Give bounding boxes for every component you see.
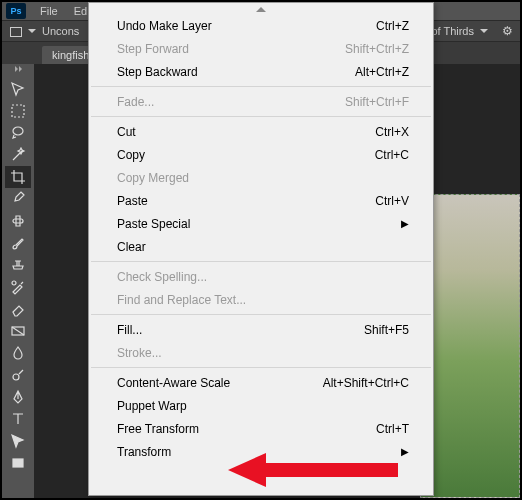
menu-item-copy[interactable]: CopyCtrl+C [89, 143, 433, 166]
menu-item-paste-special[interactable]: Paste Special▶ [89, 212, 433, 235]
menu-item-shortcut: Shift+Ctrl+F [345, 95, 409, 109]
menu-item-label: Cut [117, 125, 375, 139]
tools-panel [2, 64, 34, 498]
dodge-tool[interactable] [5, 364, 31, 386]
menu-item-find-and-replace-text: Find and Replace Text... [89, 288, 433, 311]
chevron-down-icon[interactable] [28, 29, 36, 33]
menu-item-label: Free Transform [117, 422, 376, 436]
crop-icon [8, 23, 24, 39]
menu-separator [91, 367, 431, 368]
menu-item-shortcut: Shift+F5 [364, 323, 409, 337]
menu-item-transform[interactable]: Transform▶ [89, 440, 433, 463]
menu-item-label: Stroke... [117, 346, 409, 360]
menu-item-label: Puppet Warp [117, 399, 409, 413]
menu-item-puppet-warp[interactable]: Puppet Warp [89, 394, 433, 417]
svg-rect-1 [13, 219, 23, 223]
menu-item-clear[interactable]: Clear [89, 235, 433, 258]
menu-separator [91, 116, 431, 117]
menu-item-label: Step Forward [117, 42, 345, 56]
history-brush-tool[interactable] [5, 276, 31, 298]
clone-stamp-tool[interactable] [5, 254, 31, 276]
menu-item-shortcut: Ctrl+X [375, 125, 409, 139]
type-tool[interactable] [5, 408, 31, 430]
menu-item-label: Clear [117, 240, 409, 254]
submenu-arrow-icon: ▶ [401, 218, 409, 229]
brush-tool[interactable] [5, 232, 31, 254]
gear-icon[interactable]: ⚙ [500, 24, 514, 38]
menu-item-free-transform[interactable]: Free TransformCtrl+T [89, 417, 433, 440]
menu-separator [91, 314, 431, 315]
magic-wand-tool[interactable] [5, 144, 31, 166]
menu-item-step-forward: Step ForwardShift+Ctrl+Z [89, 37, 433, 60]
menu-file[interactable]: File [32, 5, 66, 17]
svg-point-4 [13, 374, 19, 380]
path-tool[interactable] [5, 430, 31, 452]
menu-item-label: Fill... [117, 323, 364, 337]
menu-item-step-backward[interactable]: Step BackwardAlt+Ctrl+Z [89, 60, 433, 83]
eraser-tool[interactable] [5, 298, 31, 320]
svg-rect-5 [13, 459, 23, 467]
lasso-tool[interactable] [5, 122, 31, 144]
canvas-image [420, 194, 520, 498]
chevron-down-icon[interactable] [480, 29, 488, 33]
menu-item-label: Transform [117, 445, 401, 459]
edit-menu-dropdown: Undo Make LayerCtrl+ZStep ForwardShift+C… [88, 2, 434, 496]
menu-item-shortcut: Alt+Shift+Ctrl+C [323, 376, 409, 390]
menu-item-content-aware-scale[interactable]: Content-Aware ScaleAlt+Shift+Ctrl+C [89, 371, 433, 394]
menu-separator [91, 261, 431, 262]
preset-label: Uncons [42, 25, 79, 37]
menu-item-fill[interactable]: Fill...Shift+F5 [89, 318, 433, 341]
menu-item-shortcut: Ctrl+C [375, 148, 409, 162]
menu-item-label: Paste Special [117, 217, 401, 231]
menu-item-label: Copy Merged [117, 171, 409, 185]
menu-item-label: Undo Make Layer [117, 19, 376, 33]
expand-panel-icon[interactable] [10, 66, 26, 76]
svg-point-2 [12, 281, 16, 285]
menu-item-check-spelling: Check Spelling... [89, 265, 433, 288]
menu-item-shortcut: Ctrl+V [375, 194, 409, 208]
menu-item-label: Fade... [117, 95, 345, 109]
menu-item-shortcut: Ctrl+Z [376, 19, 409, 33]
spot-heal-tool[interactable] [5, 210, 31, 232]
menu-item-paste[interactable]: PasteCtrl+V [89, 189, 433, 212]
blur-tool[interactable] [5, 342, 31, 364]
pen-tool[interactable] [5, 386, 31, 408]
submenu-arrow-icon: ▶ [401, 446, 409, 457]
marquee-tool[interactable] [5, 100, 31, 122]
menu-item-label: Content-Aware Scale [117, 376, 323, 390]
menu-item-copy-merged: Copy Merged [89, 166, 433, 189]
menu-item-shortcut: Alt+Ctrl+Z [355, 65, 409, 79]
menu-item-fade: Fade...Shift+Ctrl+F [89, 90, 433, 113]
eyedropper-tool[interactable] [5, 188, 31, 210]
crop-tool[interactable] [5, 166, 31, 188]
menu-item-label: Step Backward [117, 65, 355, 79]
menu-item-cut[interactable]: CutCtrl+X [89, 120, 433, 143]
menu-item-label: Find and Replace Text... [117, 293, 409, 307]
svg-rect-0 [12, 105, 24, 117]
menu-item-shortcut: Ctrl+T [376, 422, 409, 436]
menu-item-label: Check Spelling... [117, 270, 409, 284]
app-logo: Ps [6, 3, 26, 19]
menu-item-undo-make-layer[interactable]: Undo Make LayerCtrl+Z [89, 14, 433, 37]
move-tool[interactable] [5, 78, 31, 100]
menu-separator [91, 86, 431, 87]
menu-item-label: Copy [117, 148, 375, 162]
rectangle-tool[interactable] [5, 452, 31, 474]
scroll-up-icon[interactable] [256, 7, 266, 12]
menu-item-shortcut: Shift+Ctrl+Z [345, 42, 409, 56]
gradient-tool[interactable] [5, 320, 31, 342]
menu-item-label: Paste [117, 194, 375, 208]
menu-item-stroke: Stroke... [89, 341, 433, 364]
